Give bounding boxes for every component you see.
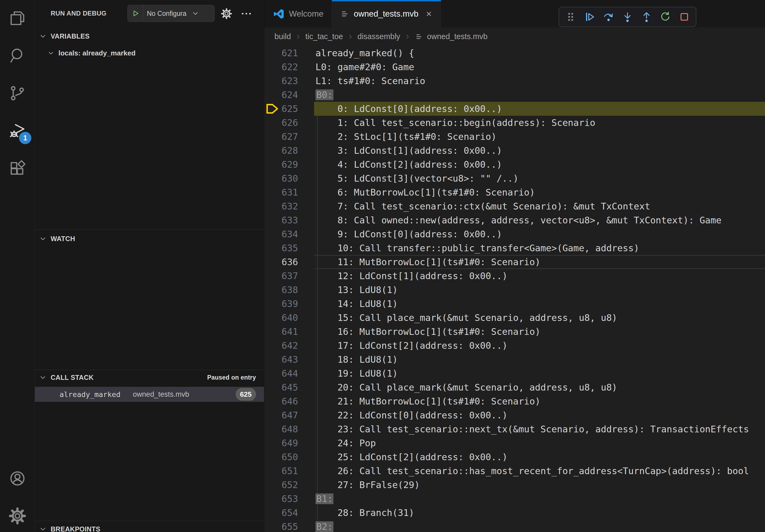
line-number[interactable]: 635	[264, 241, 298, 255]
code-text[interactable]: 3: LdConst[1](address: 0x00..)	[316, 143, 502, 157]
variables-section-header[interactable]: VARIABLES	[35, 30, 264, 43]
code-text[interactable]: 0: LdConst[0](address: 0x00..)	[316, 102, 502, 116]
code-text[interactable]: 23: Call test_scenario::next_tx(&mut Sce…	[316, 422, 749, 436]
line-number[interactable]: 648	[264, 422, 298, 436]
line-number[interactable]: 632	[264, 199, 298, 213]
line-number[interactable]: 623	[264, 74, 298, 88]
code-text[interactable]: 8: Call owned::new(address, address, vec…	[316, 213, 722, 227]
line-number[interactable]: 622	[264, 60, 298, 74]
line-number[interactable]: 634	[264, 227, 298, 241]
line-number[interactable]: 630	[264, 171, 298, 185]
code-text[interactable]: already_marked() {	[316, 46, 414, 60]
code-text[interactable]: L0: game#2#0: Game	[316, 60, 414, 74]
start-debugging-play-icon[interactable]	[128, 5, 143, 22]
code-text[interactable]: 13: LdU8(1)	[316, 283, 398, 297]
variables-scope-locals[interactable]: locals: already_marked	[35, 47, 264, 60]
frame-file-name: owned_tests.mvb	[133, 390, 189, 399]
line-number[interactable]: 626	[264, 116, 298, 130]
line-number[interactable]: 638	[264, 283, 298, 297]
code-text[interactable]: 4: LdConst[2](address: 0x00..)	[316, 157, 502, 171]
code-text[interactable]: 25: LdConst[2](address: 0x00..)	[316, 450, 507, 464]
code-text[interactable]: B2:	[316, 520, 334, 532]
account-icon	[9, 470, 26, 488]
code-text[interactable]: 21: MutBorrowLoc[1](ts#1#0: Scenario)	[316, 394, 540, 408]
code-text[interactable]: 24: Pop	[316, 436, 376, 450]
step-out-button[interactable]	[638, 9, 655, 25]
gear-icon[interactable]	[219, 6, 234, 21]
line-number[interactable]: 649	[264, 436, 298, 450]
chevron-down-icon	[191, 9, 205, 17]
code-text[interactable]: 12: LdConst[1](address: 0x00..)	[316, 269, 507, 283]
code-text[interactable]: 22: LdConst[0](address: 0x00..)	[316, 408, 507, 422]
more-actions-icon[interactable]	[239, 6, 254, 21]
line-number[interactable]: 642	[264, 339, 298, 353]
breakpoints-section-header[interactable]: BREAKPOINTS	[35, 522, 264, 532]
line-number[interactable]: 654	[264, 506, 298, 520]
call-stack-frame[interactable]: already_markedowned_tests.mvb625	[35, 387, 264, 402]
activity-item-account[interactable]	[0, 460, 35, 498]
activity-item-settings[interactable]	[0, 498, 35, 532]
activity-bar: 1	[0, 0, 35, 532]
code-text[interactable]: 2: StLoc[1](ts#1#0: Scenario)	[316, 130, 497, 143]
line-number[interactable]: 628	[264, 143, 298, 157]
code-editor: 621already_marked() {622L0: game#2#0: Ga…	[264, 0, 765, 532]
line-number[interactable]: 651	[264, 464, 298, 478]
line-number[interactable]: 631	[264, 185, 298, 199]
line-number[interactable]: 633	[264, 213, 298, 227]
line-number[interactable]: 641	[264, 325, 298, 339]
code-text[interactable]: B1:	[316, 492, 334, 506]
code-text[interactable]: 9: LdConst[0](address: 0x00..)	[316, 227, 502, 241]
line-number[interactable]: 629	[264, 157, 298, 171]
line-number[interactable]: 647	[264, 408, 298, 422]
code-text[interactable]: 28: Branch(31)	[316, 506, 414, 520]
watch-section-header[interactable]: WATCH	[35, 232, 264, 245]
line-number[interactable]: 624	[264, 88, 298, 102]
code-text[interactable]: 20: Call place_mark(&mut Scenario, addre…	[316, 381, 617, 394]
code-text[interactable]: 15: Call place_mark(&mut Scenario, addre…	[316, 311, 617, 325]
step-over-button[interactable]	[600, 9, 617, 25]
code-text[interactable]: 5: LdConst[3](vector<u8>: "" /..)	[316, 171, 518, 185]
code-text[interactable]: 19: LdU8(1)	[316, 367, 398, 381]
line-number[interactable]: 636	[264, 255, 298, 269]
debug-configuration-dropdown[interactable]: No Configura	[127, 5, 215, 22]
code-text[interactable]: 17: LdConst[2](address: 0x00..)	[316, 339, 507, 353]
line-number[interactable]: 644	[264, 367, 298, 381]
activity-item-search[interactable]	[0, 38, 35, 75]
line-number[interactable]: 655	[264, 520, 298, 532]
line-number[interactable]: 639	[264, 297, 298, 311]
line-number[interactable]: 643	[264, 353, 298, 367]
activity-item-run-and-debug[interactable]: 1	[0, 113, 35, 150]
code-text[interactable]: 11: MutBorrowLoc[1](ts#1#0: Scenario)	[316, 255, 540, 269]
code-text[interactable]: L1: ts#1#0: Scenario	[316, 74, 425, 88]
line-number[interactable]: 652	[264, 478, 298, 492]
code-text[interactable]: B0:	[316, 88, 334, 102]
activity-item-source-control[interactable]	[0, 75, 35, 113]
code-text[interactable]: 7: Call test_scenario::ctx(&mut Scenario…	[316, 199, 650, 213]
line-number[interactable]: 645	[264, 381, 298, 394]
continue-button[interactable]	[581, 9, 598, 25]
line-number[interactable]: 653	[264, 492, 298, 506]
code-text[interactable]: 27: BrFalse(29)	[316, 478, 420, 492]
code-text[interactable]: 6: MutBorrowLoc[1](ts#1#0: Scenario)	[316, 185, 535, 199]
drag-grip-handle[interactable]	[562, 9, 579, 25]
code-text[interactable]: 14: LdU8(1)	[316, 297, 398, 311]
code-text[interactable]: 10: Call transfer::public_transfer<Game>…	[316, 241, 639, 255]
code-text[interactable]: 18: LdU8(1)	[316, 353, 398, 367]
stop-button[interactable]	[676, 9, 693, 25]
line-number[interactable]: 621	[264, 46, 298, 60]
line-number[interactable]: 646	[264, 394, 298, 408]
code-line: 628 3: LdConst[1](address: 0x00..)	[264, 143, 765, 157]
call-stack-section-header[interactable]: CALL STACK Paused on entry	[35, 371, 264, 384]
step-into-button[interactable]	[619, 9, 636, 25]
code-text[interactable]: 26: Call test_scenario::has_most_recent_…	[316, 464, 749, 478]
code-text[interactable]: 16: MutBorrowLoc[1](ts#1#0: Scenario)	[316, 325, 540, 339]
line-number[interactable]: 637	[264, 269, 298, 283]
activity-item-extensions[interactable]	[0, 150, 35, 187]
line-number[interactable]: 627	[264, 130, 298, 143]
line-number[interactable]: 650	[264, 450, 298, 464]
code-text[interactable]: 1: Call test_scenario::begin(address): S…	[316, 116, 595, 130]
code-line: 624B0:	[264, 88, 765, 102]
restart-button[interactable]	[657, 9, 674, 25]
line-number[interactable]: 640	[264, 311, 298, 325]
activity-item-explorer[interactable]	[0, 0, 35, 38]
